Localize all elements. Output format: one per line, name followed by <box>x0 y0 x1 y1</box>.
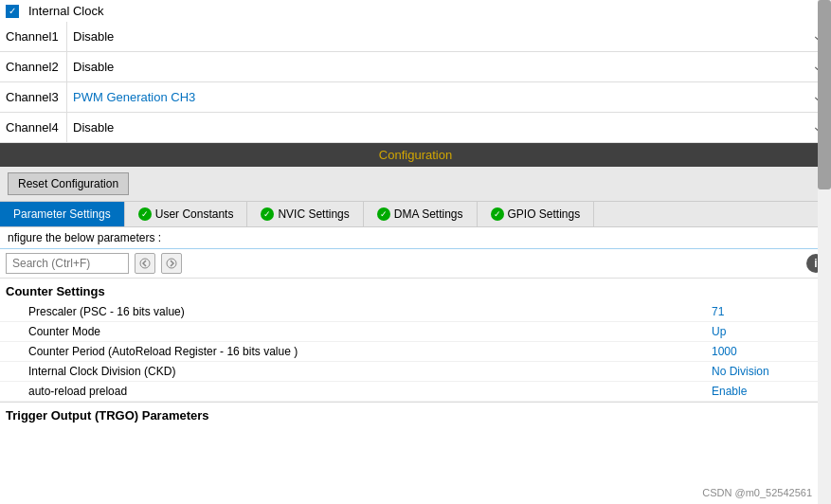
channel1-select[interactable]: Disable <box>67 23 831 51</box>
param-area: Counter Settings Prescaler (PSC - 16 bit… <box>0 279 831 426</box>
tab-gpio-label: GPIO Settings <box>508 207 581 221</box>
svg-point-0 <box>140 259 150 268</box>
configure-text: nfigure the below parameters : <box>0 227 831 249</box>
param-value-autoreload: Enable <box>712 385 825 398</box>
channel2-select-wrapper: Disable <box>66 52 831 81</box>
channel3-row: Channel3 PWM Generation CH3 <box>0 82 831 113</box>
param-row-clock-division: Internal Clock Division (CKD) No Divisio… <box>0 362 831 382</box>
config-header: Configuration <box>0 143 831 167</box>
param-row-autoreload: auto-reload preload Enable <box>0 382 831 402</box>
param-name-prescaler: Prescaler (PSC - 16 bits value) <box>28 305 712 318</box>
search-row: i <box>0 249 831 279</box>
param-row-prescaler: Prescaler (PSC - 16 bits value) 71 <box>0 302 831 322</box>
channel4-label: Channel4 <box>0 120 66 135</box>
user-constants-icon: ✓ <box>138 207 152 221</box>
reset-config-button[interactable]: Reset Configuration <box>8 172 129 195</box>
tab-dma-label: DMA Settings <box>394 207 463 221</box>
nvic-icon: ✓ <box>261 207 274 221</box>
channel2-select[interactable]: Disable <box>67 53 831 81</box>
svg-point-1 <box>167 259 176 268</box>
tab-nvic-label: NVIC Settings <box>278 207 349 221</box>
scrollbar-thumb[interactable] <box>818 0 831 189</box>
scrollbar[interactable] <box>818 0 831 504</box>
tab-user-constants[interactable]: ✓ User Constants <box>125 202 248 226</box>
param-value-clock-division: No Division <box>712 365 825 378</box>
trigger-header: Trigger Output (TRGO) Parameters <box>0 402 831 426</box>
param-value-counter-mode: Up <box>712 325 825 338</box>
channel3-label: Channel3 <box>0 90 66 104</box>
internal-clock-row: ✓ Internal Clock <box>0 0 831 22</box>
nav-prev-button[interactable] <box>135 253 155 274</box>
internal-clock-checkbox[interactable]: ✓ <box>6 5 19 18</box>
channel2-label: Channel2 <box>0 60 66 74</box>
nav-next-button[interactable] <box>161 253 182 274</box>
param-row-counter-period: Counter Period (AutoReload Register - 16… <box>0 342 831 362</box>
dma-icon: ✓ <box>377 207 390 221</box>
tabs-row: Parameter Settings ✓ User Constants ✓ NV… <box>0 202 831 227</box>
tab-nvic-settings[interactable]: ✓ NVIC Settings <box>247 202 363 226</box>
tab-parameter-settings[interactable]: Parameter Settings <box>0 202 125 226</box>
channel1-row: Channel1 Disable <box>0 22 831 52</box>
channel1-label: Channel1 <box>0 29 66 44</box>
param-value-prescaler: 71 <box>712 305 825 318</box>
search-input[interactable] <box>6 253 129 274</box>
channel4-select-wrapper: Disable <box>66 113 831 142</box>
param-value-counter-period: 1000 <box>712 345 825 358</box>
param-name-counter-period: Counter Period (AutoReload Register - 16… <box>28 345 712 358</box>
channel3-select-wrapper: PWM Generation CH3 <box>66 82 831 112</box>
channel4-select[interactable]: Disable <box>67 114 831 142</box>
chevron-left-icon <box>139 258 151 269</box>
tab-parameter-label: Parameter Settings <box>13 207 111 221</box>
internal-clock-label: Internal Clock <box>28 4 103 18</box>
tab-user-constants-label: User Constants <box>155 207 234 221</box>
reset-config-area: Reset Configuration <box>0 167 831 202</box>
channel-config: Channel1 Disable Channel2 Disable Channe… <box>0 22 831 143</box>
channel4-row: Channel4 Disable <box>0 113 831 143</box>
channel3-select[interactable]: PWM Generation CH3 <box>67 83 831 112</box>
tab-gpio-settings[interactable]: ✓ GPIO Settings <box>478 202 595 226</box>
gpio-icon: ✓ <box>491 207 504 221</box>
channel2-row: Channel2 Disable <box>0 52 831 82</box>
chevron-right-icon <box>166 258 177 269</box>
channel1-select-wrapper: Disable <box>66 22 831 51</box>
watermark: CSDN @m0_52542561 <box>702 487 812 498</box>
counter-settings-header: Counter Settings <box>0 279 831 302</box>
param-row-counter-mode: Counter Mode Up <box>0 322 831 342</box>
tab-dma-settings[interactable]: ✓ DMA Settings <box>364 202 478 226</box>
param-name-autoreload: auto-reload preload <box>28 385 712 398</box>
param-name-counter-mode: Counter Mode <box>28 325 712 338</box>
param-name-clock-division: Internal Clock Division (CKD) <box>28 365 712 378</box>
